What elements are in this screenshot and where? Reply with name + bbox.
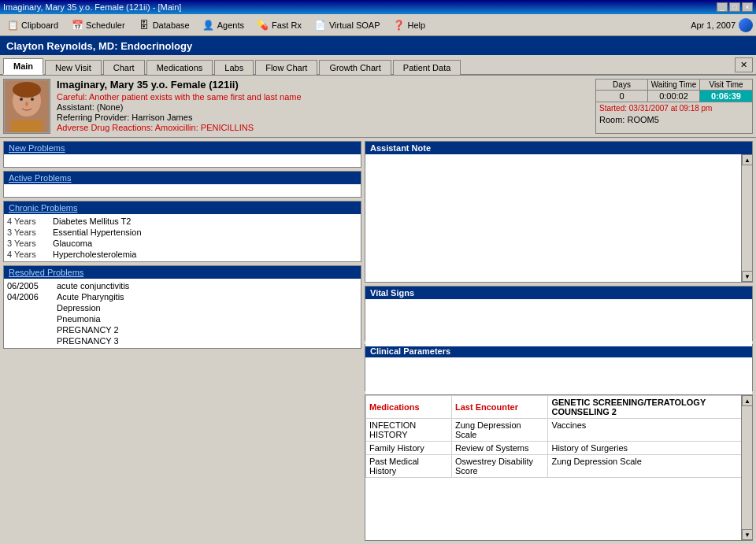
chronic-problem-4: 4 Years Hypercholesterolemia [7,249,358,260]
menu-clipboard[interactable]: 📋 Clipboard [3,17,61,33]
visit-time-header: Visit Time [700,80,752,90]
menu-database-label: Database [153,20,190,30]
patient-photo-image [5,80,49,132]
menu-virtual-soap[interactable]: 📄 Virtual SOAP [311,17,384,33]
assistant-note-body: ▲ ▼ [365,154,752,282]
cell-zung2: Zung Depression Scale [548,455,752,478]
tab-bar: Main New Visit Chart Medications Labs Fl… [0,55,756,76]
tab-flow-chart[interactable]: Flow Chart [255,60,317,75]
minimize-button[interactable]: _ [717,2,728,12]
menu-scheduler[interactable]: 📅 Scheduler [68,17,128,33]
right-column: Assistant Note ▲ ▼ Vital Signs [365,141,753,541]
menu-fast-rx-label: Fast Rx [272,20,302,30]
fast-rx-icon: 💊 [257,19,269,31]
menu-database[interactable]: 🗄 Database [135,17,193,33]
scrollbar-down-btn[interactable]: ▼ [742,271,753,282]
patient-stats: Days Waiting Time Visit Time 0 0:00:02 0… [595,79,753,134]
chronic-problems-label: Chronic Problems [9,203,77,213]
patient-referring: Referring Provider: Harrison James [57,113,589,122]
chronic-name-1: Diabetes Mellitus T2 [53,216,358,226]
doctor-name: Clayton Reynolds, MD: Endocrinology [6,40,192,52]
clipboard-icon: 📋 [6,19,19,31]
patient-name: Imaginary, Mary 35 y.o. Female (121ii) [57,79,589,91]
assistant-note-scrollbar: ▲ ▼ [741,154,752,282]
cell-vaccines: Vaccines [548,419,752,442]
clinical-parameters-header: Clinical Parameters [365,345,752,357]
resolved-row-1: 06/2005 acute conjunctivitis [7,280,358,291]
medications-table-section: Medications Last Encounter GENETIC SCREE… [365,394,753,541]
col-header-medications: Medications [366,396,452,419]
cell-oswestrey: Oswestrey Disability Score [451,455,548,478]
patient-info-bar: Imaginary, Mary 35 y.o. Female (121ii) C… [0,76,756,138]
meds-scrollbar-body [742,406,752,529]
active-problems-header[interactable]: Active Problems [4,172,361,184]
resolved-date-2: 04/2006 [7,292,50,302]
resolved-item-1: acute conjunctivitis [57,281,358,291]
days-value: 0 [596,91,648,102]
resolved-item-6: PREGNANCY 3 [57,336,358,346]
resolved-item-2: Acute Pharyngitis [57,292,358,302]
resolved-problems-section: Resolved Problems 06/2005 acute conjunct… [3,265,361,349]
svg-point-3 [20,98,23,101]
resolved-item-4: Pneumonia [57,314,358,324]
patient-adr: Adverse Drug Reactions: Amoxicillin: PEN… [57,123,589,132]
cell-zung: Zung Depression Scale [451,419,548,442]
menu-fast-rx[interactable]: 💊 Fast Rx [254,17,305,33]
title-controls: _ □ × [717,2,753,12]
resolved-date-1: 06/2005 [7,281,50,291]
table-row: Family History Review of Systems History… [366,442,752,455]
patient-warning: Careful: Another patient exists with the… [57,92,589,102]
medications-table: Medications Last Encounter GENETIC SCREE… [365,395,752,478]
tab-chart[interactable]: Chart [103,60,145,75]
resolved-row-6: PREGNANCY 3 [7,335,358,346]
chronic-problems-header[interactable]: Chronic Problems [4,202,361,214]
scrollbar-up-btn[interactable]: ▲ [742,154,753,165]
new-problems-header[interactable]: New Problems [4,142,361,154]
patient-assistant: Assistant: (None) [57,102,589,112]
meds-scrollbar-down[interactable]: ▼ [742,529,753,540]
cell-family: Family History [366,442,452,455]
table-header-row: Medications Last Encounter GENETIC SCREE… [366,396,752,419]
stats-header: Days Waiting Time Visit Time [596,80,752,91]
maximize-button[interactable]: □ [729,2,740,12]
chronic-problems-content: 4 Years Diabetes Mellitus T2 3 Years Ess… [4,214,361,261]
date-label: Apr 1, 2007 [691,20,736,30]
tab-new-visit[interactable]: New Visit [45,60,102,75]
waiting-time-value: 0:00:02 [648,91,700,102]
col-header-genetic: GENETIC SCREENING/TERATOLOGY COUNSELING … [548,396,752,419]
menu-help[interactable]: ❓ Help [390,17,429,33]
tab-main[interactable]: Main [3,58,43,75]
resolved-row-5: PREGNANCY 2 [7,324,358,335]
chronic-name-3: Glaucoma [53,239,358,248]
chronic-year-3: 3 Years [7,239,46,248]
resolved-date-5 [7,325,50,335]
help-icon: ❓ [393,19,406,31]
resolved-date-3 [7,303,50,313]
tab-medications[interactable]: Medications [146,60,213,75]
cell-infection: INFECTION HISTORY [366,419,452,442]
new-problems-section: New Problems [3,141,361,168]
menu-clipboard-label: Clipboard [21,20,58,30]
menu-agents[interactable]: 👤 Agents [199,17,247,33]
tab-labs[interactable]: Labs [214,60,254,75]
resolved-row-3: Depression [7,302,358,313]
menu-help-label: Help [408,20,426,30]
resolved-problems-header[interactable]: Resolved Problems [4,266,361,279]
close-button[interactable]: × [742,2,753,12]
svg-point-2 [13,82,41,98]
tab-close-button[interactable]: ✕ [735,57,753,72]
chronic-problem-1: 4 Years Diabetes Mellitus T2 [7,216,358,227]
clinical-parameters-section: Clinical Parameters [365,344,753,391]
agents-icon: 👤 [202,19,215,31]
scrollbar-body [742,165,752,271]
database-icon: 🗄 [138,19,150,31]
resolved-row-4: Pneumonia [7,313,358,324]
virtual-soap-icon: 📄 [314,19,327,31]
active-problems-body [4,184,361,197]
chronic-year-1: 4 Years [7,216,46,226]
vital-signs-header: Vital Signs [365,287,752,299]
tab-patient-data[interactable]: Patient Data [393,60,461,75]
tab-growth-chart[interactable]: Growth Chart [319,60,391,75]
meds-scrollbar-up[interactable]: ▲ [742,395,753,406]
doctor-bar: Clayton Reynolds, MD: Endocrinology [0,36,756,55]
